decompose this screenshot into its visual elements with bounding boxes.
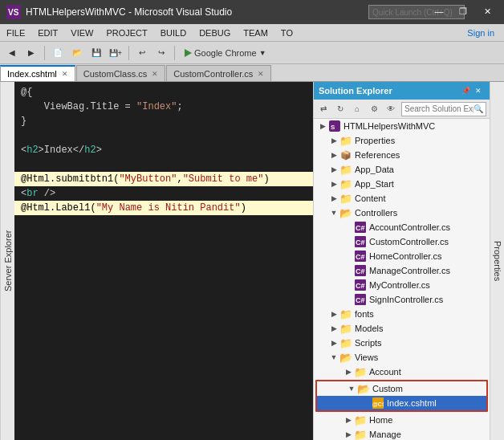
svg-text:@CS: @CS: [372, 401, 384, 407]
expand-properties[interactable]: ▶: [328, 135, 339, 146]
undo-btn[interactable]: ↩: [133, 44, 151, 62]
open-btn[interactable]: 📂: [68, 44, 86, 62]
se-search-input[interactable]: [404, 104, 474, 113]
tree-manage-folder[interactable]: ▶ 📁 Manage: [314, 427, 490, 440]
menu-view[interactable]: VIEW: [64, 24, 100, 41]
tree-properties[interactable]: ▶ 📁 Properties: [314, 133, 490, 148]
tree-controllers[interactable]: ▼ 📂 Controllers: [314, 206, 490, 220]
expand-models[interactable]: ▶: [328, 323, 339, 334]
tree-references[interactable]: ▶ 📦 References: [314, 148, 490, 162]
expand-custom[interactable]: ▼: [346, 383, 357, 394]
expand-fonts[interactable]: ▶: [328, 308, 339, 320]
expand-manage[interactable]: ▶: [343, 429, 354, 440]
tree-home-label: Home: [369, 415, 392, 425]
folder-properties-icon: 📁: [339, 134, 352, 147]
expand-views[interactable]: ▼: [328, 352, 339, 363]
server-explorer-sidebar[interactable]: Server Explorer: [0, 82, 14, 440]
menu-team[interactable]: TEAM: [237, 24, 274, 41]
menu-file[interactable]: FILE: [0, 24, 31, 41]
quick-launch-input[interactable]: [368, 5, 465, 19]
custom-folder-highlight-box: ▼ 📂 Custom @CS Index.cshtml: [315, 380, 488, 412]
se-tree[interactable]: ▶ S HTMLHelpersWithMVC ▶ 📁 Properties ▶ …: [314, 119, 490, 440]
tree-mycontroller[interactable]: C# MyController.cs: [314, 278, 490, 292]
tab-close-index[interactable]: ✕: [62, 70, 68, 78]
menu-debug[interactable]: DEBUG: [193, 24, 237, 41]
run-dropdown-icon[interactable]: ▼: [259, 49, 266, 57]
tree-views[interactable]: ▼ 📂 Views: [314, 350, 490, 365]
expand-account[interactable]: ▶: [343, 366, 354, 377]
tree-signincontroller[interactable]: C# SignInController.cs: [314, 292, 490, 307]
tree-homecontroller[interactable]: C# HomeController.cs: [314, 249, 490, 263]
tree-custom-folder[interactable]: ▼ 📂 Custom: [317, 381, 486, 396]
tab-close-customclass[interactable]: ✕: [152, 70, 158, 78]
redo-btn[interactable]: ↪: [152, 44, 170, 62]
tab-index-cshtml[interactable]: Index.cshtml ✕: [0, 65, 75, 81]
restore-button[interactable]: ❐: [453, 3, 474, 19]
menu-build[interactable]: BUILD: [154, 24, 193, 41]
expand-home[interactable]: ▶: [343, 414, 354, 426]
save-all-btn[interactable]: 💾+: [107, 44, 124, 62]
code-line-6: [14, 157, 313, 172]
expand-appstart[interactable]: ▶: [328, 178, 339, 189]
tree-accountcontroller[interactable]: C# AccountController.cs: [314, 220, 490, 234]
tab-customclass[interactable]: CustomClass.cs ✕: [76, 65, 165, 81]
se-toolbar: ⇄ ↻ ⌂ ⚙ 👁 🔍: [314, 100, 490, 119]
sign-in-link[interactable]: Sign in: [461, 24, 504, 41]
fwd-btn[interactable]: ▶: [22, 44, 40, 62]
tree-account-folder[interactable]: ▶ 📁 Account: [314, 365, 490, 379]
se-sync-btn[interactable]: ⇄: [315, 101, 331, 117]
se-header: Solution Explorer 📌 ✕: [314, 82, 490, 100]
quick-launch-search[interactable]: [408, 3, 425, 21]
expand-appdata[interactable]: ▶: [328, 164, 339, 175]
tree-customcontroller[interactable]: C# CustomController.cs: [314, 234, 490, 249]
window-controls: — ❐ ✕: [408, 3, 498, 21]
solution-icon: S: [328, 120, 341, 132]
tree-controllers-label: Controllers: [355, 208, 397, 218]
new-file-btn[interactable]: 📄: [49, 44, 67, 62]
tree-content[interactable]: ▶ 📁 Content: [314, 191, 490, 206]
expand-controllers[interactable]: ▼: [328, 207, 339, 218]
code-editor[interactable]: @{ ViewBag.Title = "Index"; } <h2>Index<…: [14, 82, 313, 440]
properties-sidebar[interactable]: Properties: [490, 82, 504, 440]
expand-references[interactable]: ▶: [328, 149, 339, 161]
sep3: [174, 46, 175, 60]
minimize-button[interactable]: —: [429, 3, 449, 19]
tree-appstart[interactable]: ▶ 📁 App_Start: [314, 177, 490, 191]
expand-accountcontroller: [343, 222, 354, 233]
se-close-btn[interactable]: ✕: [472, 84, 485, 97]
tab-close-customcontroller[interactable]: ✕: [258, 70, 264, 78]
tree-appdata[interactable]: ▶ 📁 App_Data: [314, 162, 490, 177]
cs-managecontroller-icon: C#: [354, 264, 367, 277]
tree-fonts[interactable]: ▶ 📁 fonts: [314, 307, 490, 321]
se-pin-btn[interactable]: 📌: [459, 84, 472, 97]
se-prop-btn[interactable]: ⚙: [366, 101, 382, 117]
se-home-btn[interactable]: ⌂: [349, 101, 365, 117]
title-text: HTMLHelpersWithMVC - Microsoft Visual St…: [26, 6, 408, 18]
vs-logo: VS: [6, 5, 21, 19]
menu-edit[interactable]: EDIT: [31, 24, 64, 41]
se-search-box[interactable]: 🔍: [401, 102, 486, 116]
sep1: [44, 46, 45, 60]
run-button[interactable]: Google Chrome ▼: [179, 44, 272, 62]
title-bar: VS HTMLHelpersWithMVC - Microsoft Visual…: [0, 0, 504, 24]
close-button[interactable]: ✕: [477, 3, 498, 19]
menu-to[interactable]: TO: [274, 24, 299, 41]
back-btn[interactable]: ◀: [3, 44, 21, 62]
tab-customcontroller[interactable]: CustomController.cs ✕: [166, 65, 271, 81]
tree-solution-root[interactable]: ▶ S HTMLHelpersWithMVC: [314, 119, 490, 133]
tree-models[interactable]: ▶ 📁 Models: [314, 321, 490, 336]
save-btn[interactable]: 💾: [87, 44, 105, 62]
expand-content[interactable]: ▶: [328, 193, 339, 204]
tree-index-cshtml[interactable]: @CS Index.cshtml: [317, 396, 486, 410]
expand-scripts[interactable]: ▶: [328, 337, 339, 348]
tree-home-folder[interactable]: ▶ 📁 Home: [314, 413, 490, 427]
cs-signincontroller-icon: C#: [354, 293, 367, 306]
tree-managecontroller[interactable]: C# ManageController.cs: [314, 263, 490, 278]
se-showall-btn[interactable]: 👁: [383, 101, 399, 117]
expand-solution[interactable]: ▶: [317, 120, 328, 132]
expand-managecontroller: [343, 265, 354, 276]
code-line-2: ViewBag.Title = "Index";: [14, 100, 313, 114]
tree-scripts[interactable]: ▶ 📁 Scripts: [314, 336, 490, 350]
se-refresh-btn[interactable]: ↻: [332, 101, 348, 117]
menu-project[interactable]: PROJECT: [100, 24, 153, 41]
